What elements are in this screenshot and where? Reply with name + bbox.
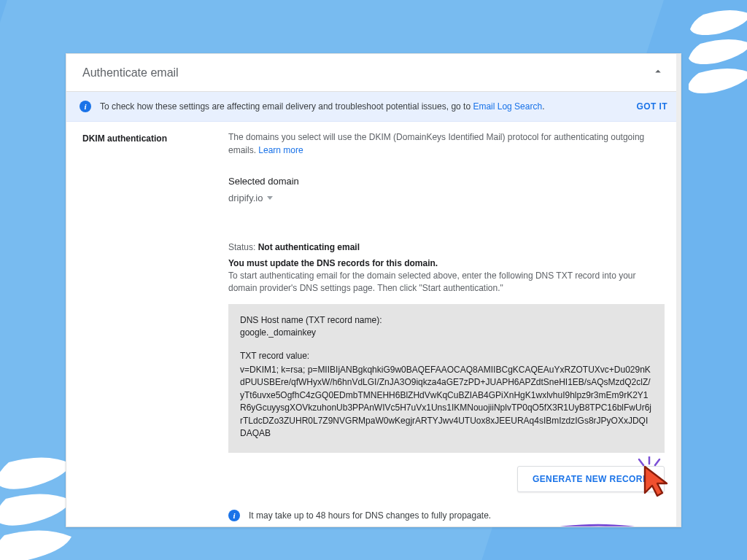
panel-body: DKIM authentication The domains you sele… <box>66 122 681 527</box>
domain-dropdown[interactable]: dripify.io <box>228 192 273 203</box>
instructions-text: To start authenticating email for the do… <box>228 270 665 295</box>
banner-text: To check how these settings are affectin… <box>100 101 544 112</box>
propagation-note: i It may take up to 48 hours for DNS cha… <box>228 510 665 521</box>
selected-domain-label: Selected domain <box>228 176 665 187</box>
collapse-icon[interactable] <box>651 63 665 82</box>
dns-record-box: DNS Host name (TXT record name): google.… <box>228 304 665 454</box>
domain-value: dripify.io <box>228 192 263 203</box>
dns-host-value: google._domainkey <box>240 327 653 339</box>
dns-host-label: DNS Host name (TXT record name): <box>240 314 653 327</box>
panel-title: Authenticate email <box>82 66 179 79</box>
dropdown-caret-icon <box>267 196 273 200</box>
email-log-search-link[interactable]: Email Log Search <box>473 101 542 112</box>
got-it-button[interactable]: GOT IT <box>637 101 667 112</box>
section-content: The domains you select will use the DKIM… <box>228 131 665 527</box>
info-icon: i <box>228 510 240 521</box>
section-description: The domains you select will use the DKIM… <box>228 131 665 157</box>
scrollbar-track[interactable] <box>676 54 681 526</box>
settings-panel: Authenticate email i To check how these … <box>66 53 681 527</box>
generate-new-record-button[interactable]: GENERATE NEW RECORD <box>517 466 665 492</box>
status-line: Status: Not authenticating email <box>228 242 665 252</box>
info-icon: i <box>80 101 91 112</box>
info-banner: i To check how these settings are affect… <box>66 92 681 122</box>
learn-more-link[interactable]: Learn more <box>258 145 303 155</box>
status-value: Not authenticating email <box>258 242 360 252</box>
highlight-circle <box>505 522 675 527</box>
section-heading: DKIM authentication <box>82 131 228 527</box>
txt-record-value: v=DKIM1; k=rsa; p=MIIBIjANBgkqhkiG9w0BAQ… <box>240 364 653 440</box>
must-update-text: You must update the DNS records for this… <box>228 258 665 268</box>
panel-header[interactable]: Authenticate email <box>66 54 681 92</box>
txt-record-label: TXT record value: <box>240 350 653 362</box>
